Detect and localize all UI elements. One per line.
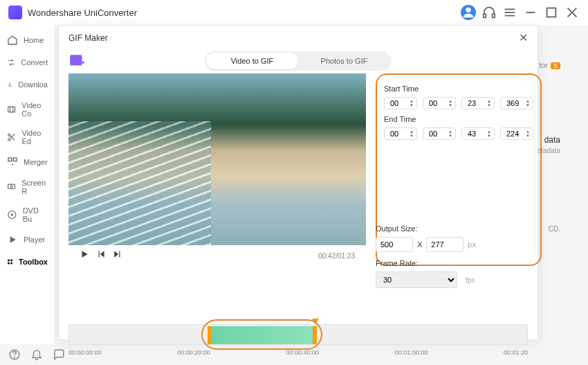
end-s-stepper[interactable]: ▲▼ [461, 127, 495, 140]
play-icon [7, 234, 18, 245]
end-h-stepper[interactable]: ▲▼ [384, 127, 417, 140]
tick-label: 00:00:20:00 [177, 349, 210, 356]
tick-label: 00:00:40:00 [286, 349, 319, 356]
start-ms-stepper[interactable]: ▲▼ [500, 97, 533, 109]
sidebar-item-label: Merger [24, 158, 48, 166]
svg-point-12 [8, 139, 10, 141]
svg-rect-21 [8, 262, 10, 265]
fps-label: fps [466, 276, 475, 284]
sidebar-item-screenr[interactable]: Screen R [0, 173, 55, 201]
tab-photos-to-gif[interactable]: Photos to GIF [298, 53, 390, 69]
svg-rect-19 [8, 260, 10, 262]
app-logo [8, 6, 22, 19]
maximize-icon[interactable] [544, 5, 559, 20]
close-icon[interactable]: ✕ [519, 31, 528, 44]
playhead[interactable] [312, 319, 319, 324]
help-icon[interactable] [8, 348, 21, 361]
video-preview[interactable] [68, 73, 366, 245]
app-title: Wondershare UniConverter [28, 8, 137, 18]
svg-rect-20 [10, 260, 12, 262]
px-label: px [468, 240, 476, 249]
sidebar-item-videoed[interactable]: Video Ed [0, 123, 55, 151]
sidebar-item-dvdbu[interactable]: DVD Bu [0, 201, 55, 229]
svg-point-18 [11, 214, 12, 215]
scissors-icon [7, 132, 17, 143]
svg-rect-22 [10, 262, 12, 265]
start-s-stepper[interactable]: ▲▼ [461, 97, 495, 109]
start-time-label: Start Time [384, 84, 533, 93]
sidebar-item-download[interactable]: Downloa [0, 73, 55, 96]
output-width-input[interactable] [376, 237, 413, 252]
start-m-stepper[interactable]: ▲▼ [423, 97, 456, 109]
backdrop-cd: CD. [549, 225, 560, 233]
sidebar-item-label: Toolbox [19, 258, 48, 266]
sidebar-item-label: Player [24, 235, 45, 244]
tab-video-to-gif[interactable]: Video to GIF [206, 53, 298, 69]
start-ms-input[interactable] [506, 99, 522, 107]
timeline-selection[interactable] [208, 326, 317, 344]
start-s-input[interactable] [468, 99, 483, 107]
sidebar-item-label: Convert [21, 58, 48, 66]
gif-maker-modal: GIF Maker ✕ Video to GIF Photos to GIF 0… [58, 25, 538, 340]
svg-point-0 [466, 8, 470, 12]
output-size-label: Output Size: [376, 224, 528, 233]
end-s-input[interactable] [468, 130, 483, 138]
timeline-ticks: 00:00:00:00 00:00:20:00 00:00:40:00 00:0… [68, 349, 528, 356]
svg-rect-10 [8, 107, 15, 112]
minimize-icon[interactable] [523, 5, 538, 20]
sidebar-item-convert[interactable]: Convert [0, 51, 55, 73]
start-m-input[interactable] [429, 99, 444, 107]
frame-rate-select[interactable]: 30 [376, 271, 457, 288]
sidebar-item-label: Home [24, 36, 44, 44]
svg-rect-1 [484, 14, 486, 18]
svg-point-17 [8, 211, 16, 219]
svg-rect-2 [493, 14, 495, 18]
mode-tabs: Video to GIF Photos to GIF [205, 51, 392, 71]
end-h-input[interactable] [390, 130, 405, 138]
titlebar: Wondershare UniConverter [0, 0, 588, 25]
sidebar-item-merger[interactable]: Merger [0, 151, 55, 173]
sidebar: Home Convert Downloa Video Co Video Ed M… [0, 25, 55, 344]
sidebar-item-label: Video Ed [22, 129, 48, 145]
end-time-label: End Time [384, 115, 533, 123]
sidebar-item-label: DVD Bu [23, 206, 48, 223]
tick-label: 00:01:20 [504, 349, 528, 356]
grid-icon [7, 256, 13, 267]
svg-point-16 [10, 186, 12, 188]
close-icon[interactable] [564, 5, 580, 20]
convert-icon [7, 57, 15, 68]
frame-rate-label: Frame Rate: [376, 259, 528, 267]
backdrop-data: data [544, 135, 560, 145]
end-m-stepper[interactable]: ▲▼ [423, 127, 456, 140]
sidebar-item-toolbox[interactable]: Toolbox [0, 251, 55, 273]
compress-icon [7, 104, 16, 115]
svg-rect-7 [547, 8, 556, 17]
start-h-stepper[interactable]: ▲▼ [384, 97, 417, 109]
start-h-input[interactable] [390, 99, 405, 107]
sidebar-item-home[interactable]: Home [0, 29, 55, 51]
sidebar-item-label: Video Co [21, 101, 48, 118]
svg-point-24 [15, 357, 15, 357]
sidebar-item-videoco[interactable]: Video Co [0, 96, 55, 123]
tick-label: 00:00:00:00 [68, 349, 102, 356]
end-ms-stepper[interactable]: ▲▼ [500, 127, 533, 140]
svg-rect-14 [13, 158, 17, 161]
sidebar-item-player[interactable]: Player [0, 229, 55, 251]
timeline-track[interactable] [68, 324, 528, 345]
download-icon [7, 79, 12, 90]
end-m-input[interactable] [429, 130, 444, 138]
svg-rect-15 [8, 184, 15, 189]
merge-icon [7, 157, 18, 168]
avatar-icon[interactable] [461, 5, 476, 20]
bell-icon[interactable] [30, 348, 43, 361]
svg-point-11 [8, 134, 10, 136]
tick-label: 00:01:00:00 [395, 349, 428, 356]
backdrop-tor: torS [539, 61, 560, 69]
sidebar-item-label: Screen R [21, 179, 48, 195]
modal-title: GIF Maker [68, 33, 108, 43]
output-height-input[interactable] [426, 237, 463, 252]
headset-icon[interactable] [481, 5, 497, 20]
end-ms-input[interactable] [506, 130, 522, 138]
menu-icon[interactable] [502, 5, 517, 20]
disc-icon [7, 209, 17, 220]
